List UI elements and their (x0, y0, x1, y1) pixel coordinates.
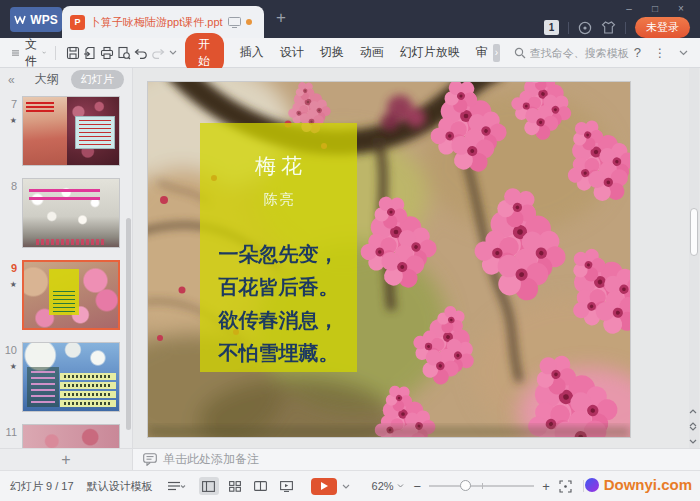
ribbon-right-tools: ? ⋮ (634, 45, 700, 60)
search-input[interactable] (530, 47, 634, 59)
save-button[interactable] (66, 43, 80, 63)
document-tab[interactable]: P 卜算子咏梅陆游ppt课件.ppt (62, 6, 264, 38)
notes-toggle-button[interactable] (168, 481, 186, 492)
zoom-dropdown-icon[interactable] (397, 484, 404, 488)
login-button[interactable]: 未登录 (635, 17, 690, 38)
thumbnail-image[interactable] (22, 424, 120, 448)
thumbnail-list: 7★ 8 9★ 10★ 11 (0, 91, 132, 448)
view-sorter-button[interactable] (225, 477, 245, 495)
chevron-down-icon (169, 50, 177, 55)
window-controls: – □ × (616, 0, 694, 16)
collapse-ribbon-icon[interactable] (679, 50, 688, 56)
undo-button[interactable] (134, 43, 148, 63)
poem-author: 陈亮 (200, 191, 357, 209)
zoom-in-button[interactable]: + (542, 479, 550, 494)
slide-thumbnail-7[interactable]: 7★ (0, 96, 132, 166)
tab-slides[interactable]: 幻灯片 (71, 70, 124, 89)
play-button[interactable] (311, 478, 337, 495)
template-name[interactable]: 默认设计模板 (87, 479, 153, 494)
poem-text-box[interactable]: 梅花 陈亮 一朵忽先变， 百花皆后香。 欲传春消息， 不怕雪埋藏。 (200, 123, 357, 372)
zoom-slider-handle[interactable] (460, 480, 471, 491)
slide-thumbnail-10[interactable]: 10★ (0, 342, 132, 412)
fit-screen-button[interactable] (559, 480, 572, 493)
view-reading-button[interactable] (251, 477, 271, 495)
hamburger-icon[interactable] (12, 48, 19, 58)
tab-outline[interactable]: 大纲 (35, 71, 59, 88)
tab-monitor-icon[interactable] (228, 17, 241, 28)
qat-dropdown-button[interactable] (168, 43, 179, 63)
poem-line: 不怕雪埋藏。 (200, 337, 357, 370)
next-slide-icon[interactable] (689, 439, 697, 444)
watermark: Downyi.com (585, 476, 692, 493)
unsaved-dot-icon (246, 19, 252, 25)
minimize-button[interactable]: – (616, 0, 642, 16)
ribbon-scroll-button[interactable]: › (493, 44, 500, 62)
redo-button[interactable] (151, 43, 165, 63)
file-menu-button[interactable]: 文件 (25, 36, 38, 70)
more-options-button[interactable]: ⋮ (654, 46, 666, 60)
zoom-out-button[interactable]: − (414, 479, 422, 494)
slide-counter[interactable]: 幻灯片 9 / 17 (10, 479, 74, 494)
panel-scrollbar-thumb[interactable] (126, 218, 131, 430)
slide-sorter-icon (229, 481, 241, 492)
poem-title: 梅花 (200, 152, 357, 180)
wps-logo-icon (14, 15, 26, 24)
watermark-logo-icon (585, 478, 599, 492)
notes-icon (143, 453, 157, 466)
slide-thumbnail-9[interactable]: 9★ (0, 260, 132, 330)
view-normal-button[interactable] (199, 477, 219, 495)
panel-collapse-button[interactable]: « (8, 73, 15, 87)
thumbnail-image-selected[interactable] (22, 260, 120, 330)
thumbnail-image[interactable] (22, 342, 120, 412)
ribbon-tab-animation[interactable]: 动画 (360, 44, 384, 61)
slide-canvas[interactable]: 梅花 陈亮 一朵忽先变， 百花皆后香。 欲传春消息， 不怕雪埋藏。 (148, 82, 630, 437)
slide-thumbnail-8[interactable]: 8 (0, 178, 132, 248)
poem-line: 欲传春消息， (200, 304, 357, 337)
add-slide-button[interactable]: + (0, 448, 133, 470)
titlebar: WPS P 卜算子咏梅陆游ppt课件.ppt + – □ × 1 未登录 (0, 0, 700, 38)
print-preview-icon (117, 46, 131, 60)
notification-icon[interactable] (578, 21, 592, 35)
export-pdf-button[interactable] (83, 43, 97, 63)
notes-lines-icon (168, 481, 186, 492)
view-slideshow-button[interactable] (277, 477, 297, 495)
vertical-scrollbar[interactable] (689, 68, 699, 448)
help-button[interactable]: ? (634, 45, 641, 60)
maximize-button[interactable]: □ (642, 0, 668, 16)
skin-icon[interactable] (601, 21, 616, 34)
close-button[interactable]: × (668, 0, 694, 16)
thumbnail-image[interactable] (22, 96, 120, 166)
slideshow-icon (280, 481, 293, 492)
zoom-slider[interactable] (429, 479, 534, 493)
play-dropdown-icon[interactable] (342, 484, 350, 489)
slide-number: 9 (11, 262, 17, 274)
undo-icon (134, 47, 148, 59)
slide-nav-icon[interactable] (689, 422, 697, 431)
slide-thumbnail-11[interactable]: 11 (0, 424, 132, 448)
divider (625, 22, 626, 34)
file-menu-chevron-icon[interactable] (42, 50, 46, 55)
watermark-text: Downyi.com (604, 476, 692, 493)
thumbnail-image[interactable] (22, 178, 120, 248)
doc-count-badge[interactable]: 1 (544, 20, 559, 35)
wps-menu-button[interactable]: WPS (10, 7, 62, 32)
ribbon-tab-slideshow[interactable]: 幻灯片放映 (400, 44, 460, 61)
animation-star-icon: ★ (0, 361, 17, 373)
new-tab-button[interactable]: + (276, 8, 286, 28)
ribbon-tab-home[interactable]: 开始 (185, 33, 224, 73)
ribbon-tab-insert[interactable]: 插入 (240, 44, 264, 61)
scrollbar-thumb[interactable] (690, 208, 698, 256)
prev-slide-icon[interactable] (689, 409, 697, 414)
print-preview-button[interactable] (117, 43, 131, 63)
ribbon-tab-review[interactable]: 审 (476, 44, 488, 61)
command-search-box[interactable] (514, 47, 634, 59)
ribbon-tab-transition[interactable]: 切换 (320, 44, 344, 61)
fit-screen-icon (559, 480, 572, 493)
print-button[interactable] (100, 43, 114, 63)
zoom-level[interactable]: 62% (372, 480, 394, 492)
print-icon (100, 46, 114, 60)
poem-line: 一朵忽先变， (200, 238, 357, 271)
ribbon-tab-design[interactable]: 设计 (280, 44, 304, 61)
slide-number: 7 (11, 98, 17, 110)
notes-bar[interactable]: 单击此处添加备注 (133, 448, 700, 470)
